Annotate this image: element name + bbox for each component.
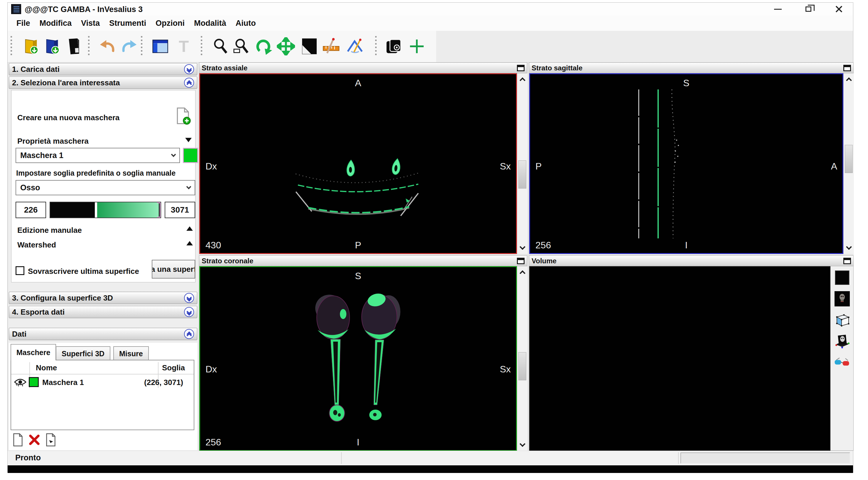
column-header-soglia[interactable]: Soglia	[162, 363, 185, 372]
scroll-up-button[interactable]	[517, 73, 527, 85]
axial-canvas[interactable]: A P Dx Sx 430	[199, 73, 517, 254]
menu-bar: File Modifica Vista Strumenti Opzioni Mo…	[8, 15, 853, 31]
toolbar-grip[interactable]	[375, 36, 377, 57]
zoom-region-icon	[232, 37, 250, 56]
mask-row-color-swatch[interactable]	[29, 377, 39, 387]
toolbar-grip[interactable]	[10, 36, 12, 57]
brightness-contrast-button[interactable]	[300, 36, 319, 56]
crosshair-add-button[interactable]	[407, 36, 427, 56]
scroll-down-button[interactable]	[517, 242, 527, 254]
sagittal-scroll-thumb[interactable]	[845, 145, 853, 173]
rotate-button[interactable]	[254, 36, 274, 56]
column-header-nome[interactable]: Nome	[36, 363, 57, 372]
threshold-max-input[interactable]: 3071	[165, 202, 195, 218]
axial-scroll-track[interactable]	[517, 85, 527, 242]
slices-view-button[interactable]	[384, 36, 404, 56]
menu-item-aiuto[interactable]: Aiuto	[231, 19, 261, 28]
pan-button[interactable]	[276, 36, 296, 56]
accordion-step1-carica-dati[interactable]: 1. Carica dati	[9, 63, 197, 75]
visibility-eye-icon[interactable]	[14, 378, 26, 387]
measure-angle-button[interactable]	[345, 36, 365, 56]
mask-row-name: Maschera 1	[42, 378, 84, 387]
threshold-min-input[interactable]: 226	[16, 202, 46, 218]
orientation-label-anterior: A	[831, 161, 837, 172]
open-project-button[interactable]	[42, 36, 62, 56]
raycasting-preset-button[interactable]	[834, 290, 851, 307]
menu-item-file[interactable]: File	[12, 19, 35, 28]
threshold-preset-select[interactable]: Osso	[16, 180, 195, 195]
toolbar-grip[interactable]	[141, 36, 143, 57]
create-surface-button[interactable]: a una superf	[152, 260, 195, 279]
close-button[interactable]	[831, 3, 847, 15]
stereo-3d-button[interactable]	[834, 354, 851, 371]
scroll-down-button[interactable]	[517, 439, 527, 451]
axial-maximize-icon[interactable]	[517, 65, 525, 71]
orientation-label-inferior: I	[685, 240, 688, 251]
axial-scroll-thumb[interactable]	[518, 160, 526, 188]
coronal-maximize-icon[interactable]	[517, 258, 525, 264]
coronal-scroll-track[interactable]	[517, 279, 527, 439]
volume-maximize-icon[interactable]	[843, 258, 851, 264]
menu-item-opzioni[interactable]: Opzioni	[151, 19, 189, 28]
sagittal-canvas[interactable]: S I P A 256	[529, 73, 843, 254]
delete-item-icon[interactable]	[28, 434, 40, 446]
sagittal-maximize-icon[interactable]	[843, 65, 851, 71]
import-dicom-button[interactable]	[21, 36, 41, 56]
coronal-scroll-thumb[interactable]	[518, 352, 526, 380]
toolbar-grip[interactable]	[88, 36, 90, 57]
window-layout-button[interactable]	[150, 36, 170, 56]
main-toolbar: T	[8, 31, 853, 63]
undo-button[interactable]	[97, 36, 117, 56]
manual-edition-expand-icon[interactable]	[186, 226, 193, 231]
sagittal-scroll-track[interactable]	[844, 85, 854, 242]
threshold-slider-max-handle[interactable]	[157, 202, 161, 217]
volume-canvas[interactable]	[529, 266, 830, 451]
menu-item-modifica[interactable]: Modifica	[35, 19, 76, 28]
overwrite-surface-checkbox[interactable]	[16, 266, 24, 275]
tab-maschere[interactable]: Maschere	[10, 344, 56, 361]
coronal-slice-image	[200, 267, 516, 450]
new-mask-icon[interactable]	[174, 107, 192, 125]
toolbar-grip[interactable]	[201, 36, 202, 57]
sagittal-scrollbar[interactable]	[843, 73, 854, 254]
tab-superfici-3d[interactable]: Superfici 3D	[56, 346, 111, 361]
threshold-slider-min-handle[interactable]	[95, 202, 97, 217]
background-color-swatch	[835, 270, 849, 285]
accordion-dati[interactable]: Dati	[9, 328, 197, 340]
scroll-up-button[interactable]	[844, 73, 854, 85]
zoom-button[interactable]	[211, 36, 231, 56]
volume-toolbar	[831, 266, 853, 450]
accordion-step4-esporta-dati[interactable]: 4. Esporta dati	[9, 306, 197, 318]
open-project-icon	[43, 37, 61, 56]
table-row[interactable]: Maschera 1 (226, 3071)	[11, 374, 194, 390]
mask-select[interactable]: Maschera 1	[16, 148, 180, 163]
measure-distance-button[interactable]	[321, 36, 341, 56]
tab-misure[interactable]: Misure	[113, 346, 149, 361]
chevron-down-icon	[846, 244, 852, 250]
accordion-step3-configura-superfice[interactable]: 3. Configura la superfice 3D	[9, 292, 197, 304]
threshold-slider[interactable]	[50, 202, 161, 218]
menu-item-strumenti[interactable]: Strumenti	[104, 19, 151, 28]
minimize-button[interactable]	[770, 3, 786, 15]
mask-color-swatch[interactable]	[183, 148, 198, 163]
accordion-step2-seleziona-area[interactable]: 2. Seleziona l'area interessata	[9, 76, 197, 89]
menu-item-modalita[interactable]: Modalità	[189, 19, 231, 28]
redo-button[interactable]	[119, 36, 139, 56]
text-annotation-button[interactable]: T	[174, 36, 194, 56]
scroll-up-button[interactable]	[517, 266, 527, 279]
scroll-down-button[interactable]	[844, 242, 854, 254]
duplicate-item-icon[interactable]	[45, 433, 56, 447]
background-color-button[interactable]	[834, 269, 851, 286]
slice-plane-button[interactable]	[834, 311, 851, 329]
menu-item-vista[interactable]: Vista	[76, 19, 104, 28]
coronal-scrollbar[interactable]	[517, 266, 527, 451]
save-project-button[interactable]	[64, 36, 84, 56]
axial-scrollbar[interactable]	[517, 73, 527, 254]
coronal-canvas[interactable]: S I Dx Sx 256	[199, 266, 517, 451]
restore-button[interactable]	[800, 3, 817, 15]
watershed-expand-icon[interactable]	[186, 241, 193, 245]
new-item-icon[interactable]	[12, 433, 24, 447]
properties-collapse-icon[interactable]	[185, 138, 192, 142]
zoom-region-button[interactable]	[231, 36, 251, 56]
view-orientation-button[interactable]	[834, 333, 851, 349]
